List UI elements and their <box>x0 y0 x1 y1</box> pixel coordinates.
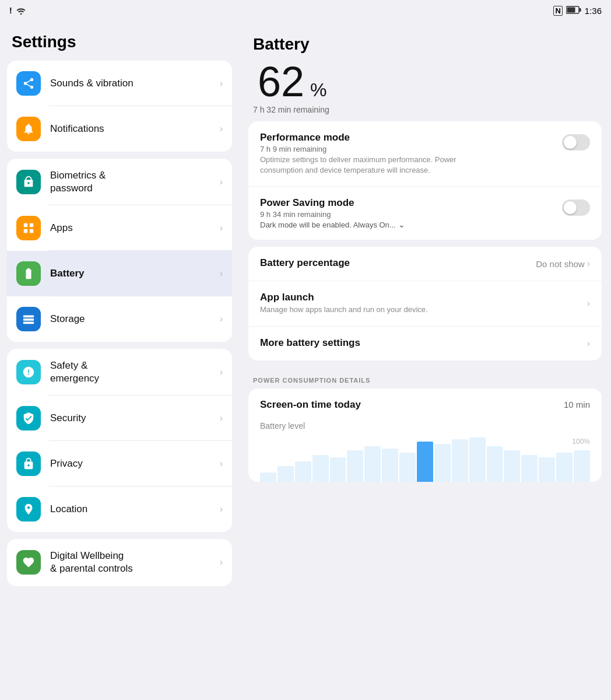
battery-percentage-row: Battery percentage Do not show › <box>260 257 590 270</box>
more-battery-settings-item[interactable]: More battery settings › <box>248 327 602 360</box>
battery-chart: 100% <box>248 435 602 482</box>
power-saving-mode-toggle[interactable] <box>562 200 590 216</box>
chart-bar-2 <box>278 466 294 482</box>
performance-mode-desc: Optimize settings to deliver maximum per… <box>260 155 482 176</box>
sidebar-item-battery[interactable]: Battery › <box>7 251 232 296</box>
apps-label: Apps <box>50 222 210 235</box>
safety-label: Safety &emergency <box>50 359 210 385</box>
sidebar-item-storage[interactable]: Storage › <box>7 296 232 342</box>
sidebar-item-sounds-vibration[interactable]: Sounds & vibration › <box>7 61 232 106</box>
app-launch-item[interactable]: App launch Manage how apps launch and ru… <box>248 281 602 326</box>
battery-percentage-title: Battery percentage <box>260 257 350 269</box>
battery-percentage-chevron: › <box>587 258 590 269</box>
storage-icon <box>16 307 41 331</box>
sidebar-item-location[interactable]: Location › <box>7 487 232 532</box>
security-chevron: › <box>220 413 223 424</box>
svg-rect-7 <box>30 229 33 233</box>
sounds-vibration-icon <box>16 71 41 96</box>
battery-percentage-value: Do not show <box>536 259 584 269</box>
power-saving-expand[interactable]: Dark mode will be enabled. Always On... … <box>260 220 555 229</box>
chart-bar-14 <box>487 446 503 482</box>
notifications-chevron: › <box>220 124 223 134</box>
sidebar-item-safety[interactable]: Safety &emergency › <box>7 349 232 396</box>
chart-bar-7 <box>364 446 381 482</box>
sidebar-card-digital: Digital Wellbeing& parental controls › <box>7 539 232 586</box>
sidebar-item-digital-wellbeing[interactable]: Digital Wellbeing& parental controls › <box>7 539 232 586</box>
chart-bar-10 <box>417 442 433 481</box>
status-right: N 1:36 <box>553 6 602 16</box>
security-icon <box>16 406 41 430</box>
svg-rect-2 <box>579 8 581 12</box>
app-launch-title: App launch <box>260 292 428 303</box>
biometrics-chevron: › <box>220 177 223 187</box>
chart-bar-1 <box>260 473 276 481</box>
battery-icon <box>16 261 41 286</box>
sidebar-item-security[interactable]: Security › <box>7 396 232 441</box>
digital-wellbeing-chevron: › <box>220 557 223 568</box>
battery-status-icon <box>566 6 581 16</box>
sidebar-item-biometrics[interactable]: Biometrics &password › <box>7 159 232 205</box>
svg-rect-3 <box>567 7 575 12</box>
performance-mode-item[interactable]: Performance mode 7 h 9 min remaining Opt… <box>248 121 602 187</box>
performance-mode-content: Performance mode 7 h 9 min remaining Opt… <box>260 132 555 176</box>
notifications-icon <box>16 117 41 141</box>
chart-bar-11 <box>434 444 451 482</box>
power-saving-expand-text: Dark mode will be enabled. Always On... <box>260 220 396 229</box>
sidebar-card-middle: Biometrics &password › Apps › <box>7 159 232 342</box>
battery-percent-symbol: % <box>310 79 326 101</box>
power-saving-mode-item[interactable]: Power Saving mode 9 h 34 min remaining D… <box>248 187 602 240</box>
apps-chevron: › <box>220 223 223 233</box>
power-saving-mode-title: Power Saving mode <box>260 197 555 209</box>
sidebar: Settings Sounds & vibration › Notifica <box>0 21 239 700</box>
power-saving-mode-content: Power Saving mode 9 h 34 min remaining D… <box>260 197 555 229</box>
chart-bar-18 <box>556 453 573 481</box>
performance-mode-toggle[interactable] <box>562 134 590 150</box>
sidebar-item-apps[interactable]: Apps › <box>7 205 232 251</box>
svg-rect-9 <box>23 318 34 321</box>
app-launch-chevron: › <box>587 298 590 309</box>
storage-chevron: › <box>220 314 223 324</box>
biometrics-icon <box>16 170 41 194</box>
sidebar-item-privacy[interactable]: Privacy › <box>7 441 232 487</box>
time-display: 1:36 <box>585 6 602 16</box>
sim-icon: ! <box>9 6 12 15</box>
sounds-vibration-chevron: › <box>220 78 223 89</box>
safety-chevron: › <box>220 367 223 377</box>
chart-bar-6 <box>347 450 363 481</box>
svg-rect-10 <box>23 322 34 324</box>
digital-wellbeing-icon <box>16 550 41 575</box>
battery-percentage-item[interactable]: Battery percentage Do not show › <box>248 247 602 281</box>
chart-bar-8 <box>382 449 398 482</box>
chart-bar-13 <box>469 438 486 482</box>
digital-wellbeing-label: Digital Wellbeing& parental controls <box>50 550 210 575</box>
more-battery-settings-title: More battery settings <box>260 337 360 349</box>
chart-bar-3 <box>295 461 311 481</box>
battery-percent-value: 62 <box>253 58 309 103</box>
nfc-icon: N <box>553 6 562 16</box>
more-battery-settings-row: More battery settings › <box>260 337 590 350</box>
chart-bar-17 <box>539 457 555 482</box>
chart-bar-5 <box>330 457 346 482</box>
sidebar-card-security: Safety &emergency › Security › Pri <box>7 349 232 532</box>
svg-rect-6 <box>24 229 27 233</box>
svg-point-0 <box>20 13 22 15</box>
expand-chevron-icon: ⌄ <box>398 220 405 229</box>
screen-on-label: Screen-on time today <box>260 399 361 411</box>
battery-chevron: › <box>220 268 223 279</box>
privacy-icon <box>16 452 41 476</box>
battery-label: Battery <box>50 267 210 280</box>
privacy-label: Privacy <box>50 457 210 470</box>
storage-label: Storage <box>50 313 210 326</box>
app-launch-row: App launch Manage how apps launch and ru… <box>260 292 590 315</box>
sounds-vibration-label: Sounds & vibration <box>50 77 210 90</box>
svg-rect-8 <box>23 316 34 318</box>
more-battery-settings-chevron: › <box>587 338 590 349</box>
battery-settings-card: Battery percentage Do not show › App lau… <box>248 247 602 360</box>
biometrics-label: Biometrics &password <box>50 169 210 195</box>
safety-icon <box>16 360 41 384</box>
sidebar-item-notifications[interactable]: Notifications › <box>7 106 232 152</box>
svg-rect-5 <box>30 223 33 227</box>
screen-on-value: 10 min <box>564 400 590 410</box>
power-saving-mode-subtitle: 9 h 34 min remaining <box>260 210 555 219</box>
wifi-icon <box>16 6 26 15</box>
